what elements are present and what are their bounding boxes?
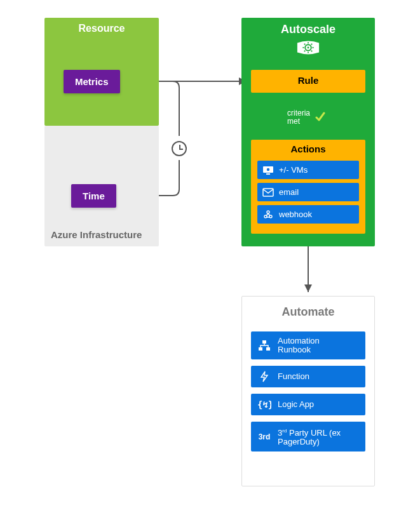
resource-title: Resource xyxy=(44,18,159,34)
azure-infra-title: Azure Infrastructure xyxy=(51,229,142,240)
actions-group: Actions +/- VMs email webhook xyxy=(251,140,365,234)
svg-text:{↯}: {↯} xyxy=(257,399,271,410)
logic-app-icon: {↯} xyxy=(257,399,271,410)
automate-label: 3rd Party URL (ex PagerDuty) xyxy=(278,427,354,446)
svg-point-12 xyxy=(267,168,269,170)
function-icon xyxy=(257,371,271,382)
runbook-icon xyxy=(257,340,271,351)
webhook-icon xyxy=(262,210,274,219)
clock-icon xyxy=(172,141,187,156)
action-label: +/- VMs xyxy=(279,165,308,175)
svg-rect-11 xyxy=(266,173,270,175)
automate-function: Function xyxy=(251,366,365,387)
svg-line-9 xyxy=(311,51,312,51)
automate-title: Automate xyxy=(242,297,374,326)
automate-label: Automation Runbook xyxy=(278,337,348,354)
action-email: email xyxy=(257,183,359,201)
autoscale-title: Autoscale xyxy=(241,18,375,36)
third-party-icon: 3rd xyxy=(257,431,271,443)
automate-box: Automate Automation Runbook Function {↯}… xyxy=(241,296,375,486)
action-label: webhook xyxy=(279,210,312,219)
actions-title: Actions xyxy=(251,140,365,158)
svg-line-6 xyxy=(304,44,305,44)
criteria-met-label: criteria met xyxy=(287,109,310,126)
automate-label: Function xyxy=(278,372,309,381)
automate-runbook: Automation Runbook xyxy=(251,331,365,359)
svg-rect-17 xyxy=(262,340,266,344)
vm-icon xyxy=(262,166,274,175)
svg-rect-18 xyxy=(259,347,262,351)
gear-banner-icon xyxy=(296,40,320,55)
svg-line-7 xyxy=(311,44,312,44)
action-webhook: webhook xyxy=(257,205,359,224)
checkmark-icon xyxy=(315,111,326,123)
action-vms: +/- VMs xyxy=(257,161,359,179)
metrics-node: Metrics xyxy=(64,70,120,93)
svg-point-16 xyxy=(267,211,269,213)
action-label: email xyxy=(279,187,299,197)
svg-line-8 xyxy=(304,51,305,51)
svg-point-1 xyxy=(308,47,309,49)
time-node: Time xyxy=(71,184,116,208)
svg-rect-19 xyxy=(266,347,270,351)
automate-thirdparty: 3rd 3rd Party URL (ex PagerDuty) xyxy=(251,422,365,451)
email-icon xyxy=(262,188,274,197)
automate-label: Logic App xyxy=(278,400,314,409)
svg-rect-13 xyxy=(263,189,273,196)
rule-node: Rule xyxy=(251,70,365,93)
automate-logicapp: {↯} Logic App xyxy=(251,394,365,415)
